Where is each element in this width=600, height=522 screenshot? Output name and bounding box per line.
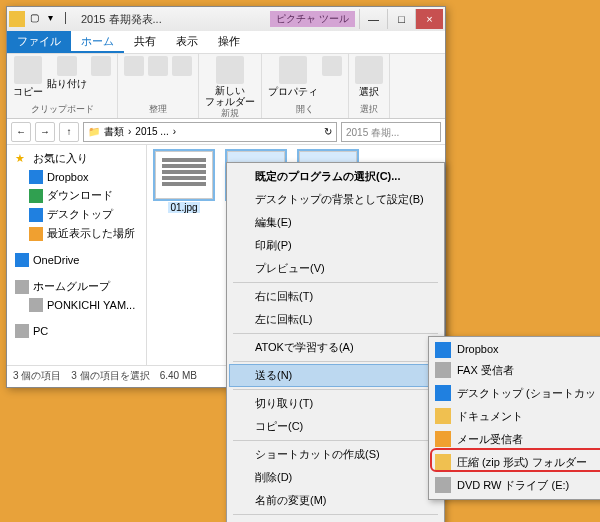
select-button[interactable]: 選択: [355, 56, 383, 99]
quick-access-toolbar: ▢ ▾ │: [27, 12, 73, 26]
maximize-button[interactable]: □: [387, 9, 415, 29]
separator: [233, 514, 438, 515]
ctx-shortcut[interactable]: ショートカットの作成(S): [229, 443, 442, 466]
separator: [233, 333, 438, 334]
thumbnail-icon: [155, 151, 213, 199]
dropbox-icon: [435, 342, 451, 358]
tab-file[interactable]: ファイル: [7, 31, 71, 53]
sendto-desktop[interactable]: デスクトップ (ショートカットを作成): [431, 382, 600, 405]
ctx-print[interactable]: 印刷(P): [229, 234, 442, 257]
separator: [233, 282, 438, 283]
clipboard-extra[interactable]: [91, 56, 111, 76]
ribbon-group-open: プロパティ 開く: [262, 54, 349, 118]
cloud-icon: [15, 253, 29, 267]
ctx-send-to[interactable]: 送る(N)▶: [229, 364, 442, 387]
status-selection: 3 個の項目を選択: [71, 369, 149, 383]
star-icon: ★: [15, 152, 29, 166]
qat-btn[interactable]: ▢: [27, 12, 41, 26]
minimize-button[interactable]: —: [359, 9, 387, 29]
rename-button[interactable]: [172, 56, 192, 76]
nav-homegroup-user[interactable]: PONKICHI YAM...: [11, 296, 142, 314]
ctx-cut[interactable]: 切り取り(T): [229, 392, 442, 415]
ribbon: コピー 貼り付け クリップボード 整理 新しい フォルダー 新規 プロパティ: [7, 53, 445, 119]
zip-folder-icon: [435, 454, 451, 470]
file-item[interactable]: 01.jpg: [153, 151, 215, 213]
user-icon: [29, 298, 43, 312]
tab-home[interactable]: ホーム: [71, 31, 124, 53]
ribbon-group-new: 新しい フォルダー 新規: [199, 54, 262, 118]
fax-icon: [435, 362, 451, 378]
ctx-edit[interactable]: 編集(E): [229, 211, 442, 234]
recent-icon: [29, 227, 43, 241]
ribbon-group-select: 選択 選択: [349, 54, 390, 118]
sendto-documents[interactable]: ドキュメント: [431, 405, 600, 428]
move-button[interactable]: [124, 56, 144, 76]
ctx-preview[interactable]: プレビュー(V): [229, 257, 442, 280]
folder-icon: [9, 11, 25, 27]
delete-button[interactable]: [148, 56, 168, 76]
ctx-rotate-right[interactable]: 右に回転(T): [229, 285, 442, 308]
breadcrumb-seg[interactable]: 書類: [104, 125, 124, 139]
ctx-delete[interactable]: 削除(D): [229, 466, 442, 489]
sendto-zip[interactable]: 圧縮 (zip 形式) フォルダー: [431, 451, 600, 474]
ctx-properties[interactable]: プロパティ(R): [229, 517, 442, 522]
sendto-dvd[interactable]: DVD RW ドライブ (E:): [431, 474, 600, 497]
mail-icon: [435, 431, 451, 447]
search-input[interactable]: 2015 春期...: [341, 122, 441, 142]
new-folder-button[interactable]: 新しい フォルダー: [205, 56, 255, 107]
ctx-copy[interactable]: コピー(C): [229, 415, 442, 438]
tab-share[interactable]: 共有: [124, 31, 166, 53]
ctx-open-with[interactable]: 既定のプログラムの選択(C)...: [229, 165, 442, 188]
download-icon: [29, 189, 43, 203]
ctx-rename[interactable]: 名前の変更(M): [229, 489, 442, 512]
nav-pane: ★お気に入り Dropbox ダウンロード デスクトップ 最近表示した場所 On…: [7, 145, 147, 365]
status-count: 3 個の項目: [13, 369, 61, 383]
nav-favorites[interactable]: ★お気に入り: [11, 149, 142, 168]
tab-view[interactable]: 表示: [166, 31, 208, 53]
dvd-drive-icon: [435, 477, 451, 493]
separator: [233, 389, 438, 390]
sendto-dropbox[interactable]: Dropbox: [431, 339, 600, 359]
nav-back-button[interactable]: ←: [11, 122, 31, 142]
copy-button[interactable]: コピー: [13, 56, 43, 99]
status-size: 6.40 MB: [160, 370, 197, 381]
tab-manage[interactable]: 操作: [208, 31, 250, 53]
breadcrumb[interactable]: 📁 書類 › 2015 ... › ↻: [83, 122, 337, 142]
ctx-set-background[interactable]: デスクトップの背景として設定(B): [229, 188, 442, 211]
paste-button[interactable]: 貼り付け: [47, 56, 87, 91]
desktop-icon: [435, 385, 451, 401]
refresh-button[interactable]: ↻: [324, 126, 332, 137]
ribbon-tabs: ファイル ホーム 共有 表示 操作: [7, 31, 445, 53]
documents-icon: [435, 408, 451, 424]
ribbon-group-organize: 整理: [118, 54, 199, 118]
nav-desktop[interactable]: デスクトップ: [11, 205, 142, 224]
nav-recent[interactable]: 最近表示した場所: [11, 224, 142, 243]
close-button[interactable]: ×: [415, 9, 443, 29]
folder-icon: 📁: [88, 126, 100, 137]
nav-up-button[interactable]: ↑: [59, 122, 79, 142]
separator: [233, 440, 438, 441]
properties-button[interactable]: プロパティ: [268, 56, 318, 99]
nav-pc[interactable]: PC: [11, 322, 142, 340]
desktop-icon: [29, 208, 43, 222]
sendto-fax[interactable]: FAX 受信者: [431, 359, 600, 382]
send-to-submenu: Dropbox FAX 受信者 デスクトップ (ショートカットを作成) ドキュメ…: [428, 336, 600, 500]
nav-onedrive[interactable]: OneDrive: [11, 251, 142, 269]
nav-fwd-button[interactable]: →: [35, 122, 55, 142]
sendto-mail[interactable]: メール受信者: [431, 428, 600, 451]
separator: [233, 361, 438, 362]
nav-dropbox[interactable]: Dropbox: [11, 168, 142, 186]
pc-icon: [15, 324, 29, 338]
nav-homegroup[interactable]: ホームグループ: [11, 277, 142, 296]
nav-downloads[interactable]: ダウンロード: [11, 186, 142, 205]
context-menu: 既定のプログラムの選択(C)... デスクトップの背景として設定(B) 編集(E…: [226, 162, 445, 522]
breadcrumb-seg[interactable]: 2015 ...: [135, 126, 168, 137]
address-bar: ← → ↑ 📁 書類 › 2015 ... › ↻ 2015 春期...: [7, 119, 445, 145]
qat-btn[interactable]: ▾: [43, 12, 57, 26]
ctx-atok[interactable]: ATOKで学習する(A): [229, 336, 442, 359]
ctx-rotate-left[interactable]: 左に回転(L): [229, 308, 442, 331]
qat-btn[interactable]: │: [59, 12, 73, 26]
open-extra[interactable]: [322, 56, 342, 76]
window-title: 2015 春期発表...: [81, 12, 270, 27]
contextual-tool-label: ピクチャ ツール: [270, 11, 355, 27]
